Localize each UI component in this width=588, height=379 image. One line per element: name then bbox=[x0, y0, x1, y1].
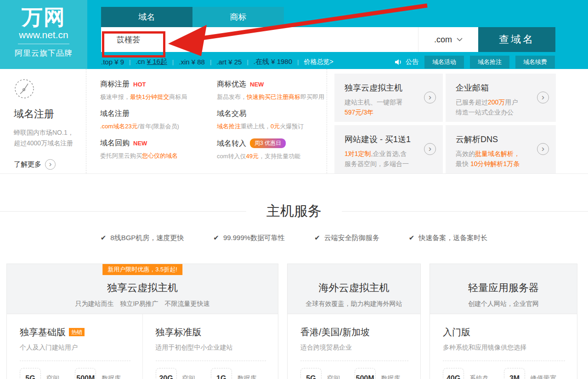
spec-item: 500M 数据库 bbox=[75, 368, 130, 379]
tab-trademark[interactable]: 商标 bbox=[192, 7, 284, 27]
price-value: ¥ 88 bbox=[192, 58, 205, 66]
plan-entry[interactable]: 入门版 多种系统和应用镜像供您选择 40G 系统盘 3M 峰值带宽 bbox=[430, 314, 577, 379]
circle-arrow-icon: › bbox=[424, 92, 436, 103]
promo-band: 域名注册 蝉联国内市场NO.1，超过4000万域名注册 了解更多 › 商标注册H… bbox=[0, 69, 588, 174]
hosting-card-lightweight[interactable]: 轻量应用服务器 创建个人网站，企业官网 入门版 多种系统和应用镜像供您选择 40… bbox=[430, 264, 577, 379]
learn-more-label: 了解更多 bbox=[14, 160, 41, 169]
price-overview-link[interactable]: 价格总览> bbox=[304, 58, 333, 66]
price-item-zaixian[interactable]: .在线 ¥ 1980 bbox=[254, 57, 292, 66]
spec-label: 数据库 bbox=[237, 374, 257, 379]
domain-activity-button[interactable]: 域名活动 bbox=[424, 56, 464, 69]
promo-title: 商标优选 bbox=[217, 80, 246, 88]
feature-item: ✔快速备案，送备案时长 bbox=[409, 234, 488, 242]
spec-row: 5G 空间 500M 数据库 bbox=[300, 368, 408, 379]
domain-backorder-button[interactable]: 域名抢注 bbox=[470, 56, 509, 69]
spec-item: 20G 空间 bbox=[156, 368, 211, 379]
promo-item-domain-trade[interactable]: 域名交易 域名抢注重磅上线，0元火爆预订 bbox=[217, 109, 327, 131]
card-title: 云解析DNS bbox=[456, 134, 528, 145]
hosting-card-dedicated[interactable]: 新用户限时优惠，3.5折起! 独享云虚拟主机 只为建站而生 独立IP易推广 不限… bbox=[6, 264, 278, 379]
price-tld: .top bbox=[101, 58, 113, 66]
hosting-card-title: 轻量应用服务器 bbox=[430, 264, 577, 295]
card-line: 服务器空间，多端合一 bbox=[345, 159, 415, 169]
feature-label: 云端安全防御服务 bbox=[324, 234, 379, 241]
circle-arrow-icon: › bbox=[537, 143, 549, 155]
promo-title: 域名注册 bbox=[100, 109, 130, 117]
hosting-card-subtitle: 创建个人网站，企业官网 bbox=[430, 300, 577, 308]
divider bbox=[0, 211, 246, 212]
divider: | bbox=[297, 58, 299, 65]
card-line: 1对1定制,企业首选,含 bbox=[345, 149, 415, 159]
check-icon: ✔ bbox=[314, 234, 320, 241]
promo-item-domain-register[interactable]: 域名注册 .com域名23元/首年(限新会员) bbox=[100, 109, 198, 131]
speaker-icon bbox=[395, 59, 402, 65]
promo-column-2: 商标优选NEW 新品发布，快速购买已注册商标即买即用 域名交易 域名抢注重磅上线… bbox=[198, 69, 327, 173]
spec-item: 5G 空间 bbox=[300, 368, 355, 379]
spec-label: 空间 bbox=[46, 374, 59, 379]
promo-column-1: 商标注册HOT 极速申报，最快1分钟提交商标局 域名注册 .com域名23元/首… bbox=[86, 69, 198, 173]
plan-name: 入门版 bbox=[443, 327, 470, 337]
notice-link[interactable]: 公告 bbox=[406, 58, 418, 66]
price-item-cn[interactable]: .cn ¥ 16起 bbox=[136, 57, 167, 66]
plan-basic[interactable]: 独享基础版热销 个人及入门建站用户 5G 空间 500M 数据库 bbox=[7, 314, 142, 379]
feature-item: ✔8线BGP机房，速度更快 bbox=[101, 234, 184, 242]
plan-row: 入门版 多种系统和应用镜像供您选择 40G 系统盘 3M 峰值带宽 bbox=[430, 314, 577, 379]
price-item-top[interactable]: .top ¥ 9 bbox=[101, 58, 124, 66]
search-tabs: 域名 商标 bbox=[101, 7, 284, 27]
circle-arrow-icon: › bbox=[45, 159, 56, 170]
domain-renew-button[interactable]: 域名续费 bbox=[515, 56, 555, 69]
spec-value: 20G bbox=[156, 368, 177, 379]
promo-item-trademark-select[interactable]: 商标优选NEW 新品发布，快速购买已注册商标即买即用 bbox=[217, 80, 327, 101]
spec-item: 5G 空间 bbox=[20, 368, 75, 379]
spec-label: 数据库 bbox=[102, 374, 121, 379]
plan-row: 独享基础版热销 个人及入门建站用户 5G 空间 500M 数据库 bbox=[7, 314, 278, 379]
card-website-builder[interactable]: 网站建设 - 买1送1 1对1定制,企业首选,含 服务器空间，多端合一 › bbox=[334, 125, 443, 173]
divider bbox=[20, 361, 130, 361]
hosting-card-header: 海外云虚拟主机 全球有效覆盖，助力构建海外网站 bbox=[288, 264, 420, 314]
card-cloud-dns[interactable]: 云解析DNS 高效的批量域名解析， 最快 10分钟解析1万条 › bbox=[446, 125, 556, 173]
feature-item: ✔云端安全防御服务 bbox=[314, 234, 379, 242]
check-icon: ✔ bbox=[213, 234, 219, 241]
compass-icon bbox=[14, 78, 35, 99]
price-item-art[interactable]: .art ¥ 25 bbox=[216, 58, 242, 66]
divider: | bbox=[210, 58, 211, 65]
plan-overseas[interactable]: 香港/美国/新加坡 适合跨境贸易企业 5G 空间 500M 数据库 bbox=[288, 314, 420, 379]
divider bbox=[443, 361, 565, 361]
spec-label: 数据库 bbox=[381, 374, 401, 379]
spec-value: 500M bbox=[75, 368, 96, 379]
plan-description: 适合跨境贸易企业 bbox=[300, 344, 408, 352]
tld-selected-value: .com bbox=[434, 35, 452, 45]
spec-row: 40G 系统盘 3M 峰值带宽 bbox=[443, 368, 565, 379]
promo-description: 新品发布，快速购买已注册商标即买即用 bbox=[217, 93, 327, 101]
card-line: 最快 10分钟解析1万条 bbox=[456, 159, 528, 169]
spec-value: 40G bbox=[443, 368, 464, 379]
plan-name: 独享标准版 bbox=[156, 327, 202, 337]
promo-description: 域名抢注重磅上线，0元火爆预订 bbox=[217, 122, 327, 131]
hot-sale-badge: 热销 bbox=[69, 328, 85, 336]
price-tld: .cn bbox=[136, 57, 145, 65]
promo-title: 域名转入 bbox=[217, 139, 246, 147]
hosting-card-overseas[interactable]: 海外云虚拟主机 全球有效覆盖，助力构建海外网站 香港/美国/新加坡 适合跨境贸易… bbox=[287, 264, 421, 379]
learn-more-link[interactable]: 了解更多 › bbox=[14, 159, 86, 170]
plan-description: 适用于初创型中小企业建站 bbox=[156, 344, 266, 352]
tld-select[interactable]: .com bbox=[418, 27, 478, 52]
card-line: 高效的批量域名解析， bbox=[456, 149, 528, 159]
promo-title: 商标注册 bbox=[100, 80, 130, 88]
promo-item-trademark-register[interactable]: 商标注册HOT 极速申报，最快1分钟提交商标局 bbox=[100, 80, 198, 101]
card-line: 缔造一站式企业办公 bbox=[456, 108, 528, 118]
promo-item-domain-transfer[interactable]: 域名转入周3 优惠日 com转入仅49元，支持批量功能 bbox=[217, 138, 327, 161]
annotation-red-box bbox=[102, 31, 165, 57]
plan-standard[interactable]: 独享标准版 适用于初创型中小企业建站 20G 空间 1G 数据库 bbox=[142, 314, 278, 379]
pricebar-right: 公告 域名活动 域名抢注 域名续费 bbox=[395, 56, 555, 69]
tab-domain[interactable]: 域名 bbox=[101, 7, 192, 27]
spec-row: 20G 空间 1G 数据库 bbox=[156, 368, 266, 379]
price-value: ¥ 9 bbox=[114, 58, 124, 66]
promo-item-domain-buyback[interactable]: 域名回购NEW 委托阿里云购买您心仪的域名 bbox=[100, 138, 198, 160]
card-shared-hosting[interactable]: 独享云虚拟主机 建站主机、一键部署 597元/3年 › bbox=[334, 74, 443, 122]
brand-logo[interactable]: 万网 www.net.cn 阿里云旗下品牌 bbox=[0, 0, 87, 69]
search-domain-button[interactable]: 查域名 bbox=[478, 27, 555, 52]
divider bbox=[156, 361, 266, 361]
plan-name: 独享基础版 bbox=[20, 327, 66, 337]
price-item-xin[interactable]: .xin ¥ 88 bbox=[179, 58, 205, 66]
card-enterprise-mail[interactable]: 企业邮箱 已服务超过200万用户 缔造一站式企业办公 › bbox=[446, 74, 556, 122]
divider bbox=[342, 211, 588, 212]
